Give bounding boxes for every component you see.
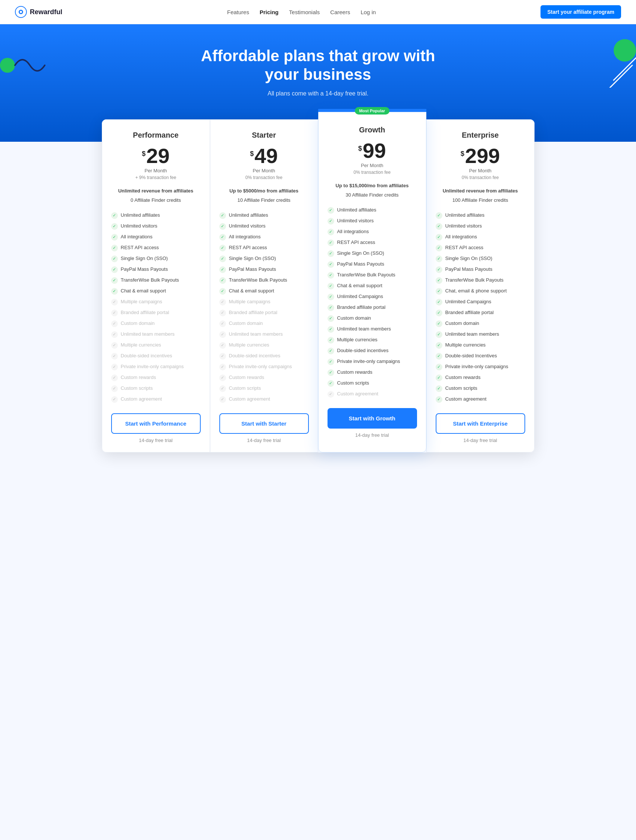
feature-text: Custom agreement: [229, 396, 270, 403]
feature-item: ✓ All integrations: [328, 228, 417, 235]
feature-item: ✓ REST API access: [436, 244, 525, 251]
feature-item: ✓ Unlimited team members: [436, 331, 525, 338]
feature-item: ✓ Single Sign On (SSO): [436, 255, 525, 262]
feature-item: ✓ Unlimited visitors: [111, 223, 201, 230]
plan-name-enterprise: Enterprise: [436, 131, 525, 139]
feature-item: ✓ Unlimited affiliates: [436, 212, 525, 219]
feature-text: REST API access: [445, 244, 483, 251]
feature-text: Custom agreement: [337, 390, 379, 397]
feature-item: ✓ Custom domain: [436, 320, 525, 327]
revenue-info-starter: Up to $5000/mo from affiliates: [219, 188, 309, 194]
check-inactive-icon: ✓: [219, 385, 226, 392]
feature-text: Private invite-only campaigns: [121, 363, 184, 370]
check-active-icon: ✓: [436, 223, 442, 230]
feature-text: PayPal Mass Payouts: [121, 266, 168, 273]
feature-text: Custom rewards: [337, 369, 372, 376]
feature-text: TransferWise Bulk Payouts: [337, 272, 395, 278]
feature-item: ✓ Unlimited team members: [219, 331, 309, 338]
feature-item: ✓ TransferWise Bulk Payouts: [219, 277, 309, 284]
feature-text: Unlimited visitors: [121, 223, 158, 229]
check-active-icon: ✓: [436, 212, 442, 219]
check-active-icon: ✓: [111, 245, 118, 251]
feature-text: Multiple currencies: [121, 342, 161, 348]
cta-button-performance[interactable]: Start with Performance: [111, 413, 201, 434]
features-list-growth: ✓ Unlimited affiliates ✓ Unlimited visit…: [328, 207, 417, 398]
feature-item: ✓ Chat, email & phone support: [436, 287, 525, 295]
plan-card-starter: Starter $ 49 Per Month 0% transaction fe…: [210, 119, 318, 453]
check-active-icon: ✓: [436, 288, 442, 295]
price-fee-performance: + 9% transaction fee: [111, 175, 201, 180]
nav-testimonials[interactable]: Testimonials: [289, 9, 320, 15]
cta-button-starter[interactable]: Start with Starter: [219, 413, 309, 434]
feature-item: ✓ Unlimited affiliates: [219, 212, 309, 219]
feature-item: ✓ PayPal Mass Payouts: [436, 266, 525, 273]
check-active-icon: ✓: [436, 353, 442, 360]
feature-item: ✓ Custom rewards: [436, 374, 525, 381]
credits-info-growth: 30 Affiliate Finder credits: [328, 192, 417, 198]
feature-item: ✓ Unlimited Campaigns: [436, 298, 525, 305]
trial-text-enterprise: 14-day free trial: [436, 437, 525, 443]
feature-text: Unlimited affiliates: [121, 212, 160, 219]
feature-item: ✓ Custom agreement: [328, 390, 417, 398]
check-active-icon: ✓: [436, 321, 442, 327]
hero-deco-right-icon: [584, 39, 636, 88]
start-affiliate-button[interactable]: Start your affiliate program: [541, 5, 621, 19]
check-active-icon: ✓: [436, 385, 442, 392]
nav-login[interactable]: Log in: [361, 9, 376, 15]
feature-text: Double-sided incentives: [121, 352, 172, 359]
page-footer: [0, 475, 636, 490]
feature-item: ✓ Custom rewards: [328, 369, 417, 376]
price-dollar-performance: $: [142, 150, 145, 158]
feature-item: ✓ Custom agreement: [219, 396, 309, 403]
feature-item: ✓ Unlimited visitors: [328, 218, 417, 224]
feature-text: REST API access: [337, 239, 375, 246]
cta-button-growth[interactable]: Start with Growth: [328, 408, 417, 429]
price-amount-performance: 29: [146, 145, 169, 166]
feature-text: All integrations: [445, 234, 477, 240]
check-active-icon: ✓: [436, 374, 442, 381]
check-active-icon: ✓: [219, 234, 226, 241]
check-inactive-icon: ✓: [219, 309, 226, 316]
price-row-starter: $ 49: [219, 145, 309, 166]
check-active-icon: ✓: [328, 240, 334, 246]
nav-pricing[interactable]: Pricing: [260, 9, 279, 15]
feature-item: ✓ TransferWise Bulk Payouts: [436, 277, 525, 284]
check-active-icon: ✓: [219, 245, 226, 251]
feature-item: ✓ Branded affiliate portal: [111, 309, 201, 316]
feature-item: ✓ Custom rewards: [219, 374, 309, 381]
nav-careers[interactable]: Careers: [330, 9, 350, 15]
feature-item: ✓ All integrations: [111, 234, 201, 241]
feature-item: ✓ Custom domain: [111, 320, 201, 327]
feature-item: ✓ Custom rewards: [111, 374, 201, 381]
nav-features[interactable]: Features: [227, 9, 249, 15]
feature-item: ✓ Private invite-only campaigns: [328, 358, 417, 365]
feature-item: ✓ REST API access: [111, 244, 201, 251]
plans-grid: Performance $ 29 Per Month + 9% transact…: [102, 119, 535, 453]
check-active-icon: ✓: [436, 299, 442, 305]
feature-text: Custom domain: [445, 320, 479, 327]
logo[interactable]: Rewardful: [15, 6, 62, 18]
svg-point-3: [0, 58, 15, 73]
feature-item: ✓ Single Sign On (SSO): [111, 255, 201, 262]
feature-text: Unlimited visitors: [229, 223, 265, 229]
price-period-starter: Per Month: [219, 168, 309, 174]
feature-item: ✓ Chat & email support: [111, 287, 201, 295]
feature-text: TransferWise Bulk Payouts: [445, 277, 503, 284]
feature-item: ✓ All integrations: [436, 234, 525, 241]
feature-item: ✓ Double-sided incentives: [328, 347, 417, 354]
price-fee-growth: 0% transaction fee: [328, 170, 417, 175]
feature-text: Single Sign On (SSO): [445, 255, 492, 262]
feature-text: Chat & email support: [229, 287, 274, 294]
feature-item: ✓ PayPal Mass Payouts: [111, 266, 201, 273]
feature-item: ✓ Multiple campaigns: [111, 298, 201, 305]
check-active-icon: ✓: [328, 315, 334, 322]
feature-text: Multiple currencies: [445, 342, 486, 348]
cta-button-enterprise[interactable]: Start with Enterprise: [436, 413, 525, 434]
check-active-icon: ✓: [328, 347, 334, 354]
feature-item: ✓ Custom agreement: [111, 396, 201, 403]
feature-text: Single Sign On (SSO): [121, 255, 168, 262]
check-active-icon: ✓: [328, 218, 334, 224]
check-active-icon: ✓: [328, 294, 334, 300]
check-active-icon: ✓: [219, 256, 226, 262]
feature-item: ✓ Private invite-only campaigns: [436, 363, 525, 370]
